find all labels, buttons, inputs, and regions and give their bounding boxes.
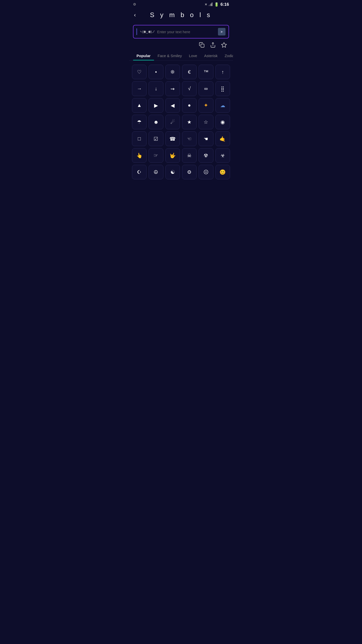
svg-rect-2 bbox=[211, 4, 211, 6]
favorite-button[interactable] bbox=[221, 42, 227, 50]
symbol-cell[interactable]: 🤙 bbox=[215, 131, 230, 146]
symbol-grid: ♡•❊€™↑→↓⇝√∞⣿▲▶◀●✦☁☂☻☄★☆◉□☑☎☜☚🤙👆☞🤟☠☢☣☪☮☯⚙… bbox=[129, 63, 233, 181]
symbol-cell[interactable]: ☚ bbox=[199, 131, 213, 146]
symbol-cell[interactable]: ☹ bbox=[199, 165, 213, 179]
symbol-cell[interactable]: ★ bbox=[182, 115, 197, 129]
tab-popular[interactable]: Popular bbox=[133, 51, 154, 60]
svg-rect-3 bbox=[212, 3, 212, 6]
symbol-cell[interactable]: ™ bbox=[199, 65, 213, 79]
tab-love[interactable]: Love bbox=[186, 51, 201, 60]
symbol-cell[interactable]: 🤟 bbox=[165, 148, 180, 163]
tab-asterisk[interactable]: Asterisk bbox=[201, 51, 221, 60]
search-bar[interactable]: ヽ(◉_◉)ノ ➤ bbox=[133, 25, 229, 38]
symbol-cell[interactable]: ☆ bbox=[199, 115, 213, 129]
symbol-cell[interactable]: ☑ bbox=[149, 131, 163, 146]
symbol-cell[interactable]: ✦ bbox=[199, 98, 213, 113]
svg-marker-6 bbox=[221, 43, 227, 47]
signal-bars-icon bbox=[209, 3, 213, 7]
symbol-cell[interactable]: ↑ bbox=[215, 65, 230, 79]
symbol-cell[interactable]: 👆 bbox=[132, 148, 147, 163]
status-left: ⚙ bbox=[133, 2, 138, 7]
symbol-cell[interactable]: • bbox=[149, 65, 163, 79]
symbol-cell[interactable]: € bbox=[182, 65, 197, 79]
copy-button[interactable] bbox=[199, 42, 205, 50]
text-cursor bbox=[137, 28, 137, 35]
symbol-cell[interactable]: ▲ bbox=[132, 98, 147, 113]
share-button[interactable] bbox=[210, 42, 216, 50]
search-input[interactable] bbox=[157, 30, 216, 34]
symbol-cell[interactable]: → bbox=[132, 81, 147, 96]
symbol-cell[interactable]: ◀ bbox=[165, 98, 180, 113]
symbol-cell[interactable]: ▶ bbox=[149, 98, 163, 113]
clock: 6:16 bbox=[220, 2, 229, 7]
symbol-cell[interactable]: ● bbox=[182, 98, 197, 113]
svg-rect-1 bbox=[210, 4, 210, 6]
symbol-cell[interactable]: ☜ bbox=[182, 131, 197, 146]
symbol-cell[interactable]: ☪ bbox=[132, 165, 147, 179]
symbol-cell[interactable]: ◉ bbox=[215, 115, 230, 129]
battery-icon: 🔋 bbox=[214, 2, 219, 7]
header: ‹ S y m b o l s bbox=[129, 8, 233, 22]
symbol-cell[interactable]: ☠ bbox=[182, 148, 197, 163]
symbol-cell[interactable]: ⚙ bbox=[182, 165, 197, 179]
status-bar: ⚙ ✕ 🔋 6:16 bbox=[129, 0, 233, 8]
status-right: ✕ 🔋 6:16 bbox=[205, 2, 229, 7]
back-button[interactable]: ‹ bbox=[134, 12, 136, 18]
tab-zodiac[interactable]: Zodiac bbox=[221, 51, 233, 60]
symbol-cell[interactable]: ☣ bbox=[215, 148, 230, 163]
symbol-cell[interactable]: ☮ bbox=[149, 165, 163, 179]
symbol-cell[interactable]: ⇝ bbox=[165, 81, 180, 96]
symbol-cell[interactable]: ☁ bbox=[215, 98, 230, 113]
action-bar bbox=[129, 41, 233, 51]
symbol-cell[interactable]: ☢ bbox=[199, 148, 213, 163]
svg-rect-4 bbox=[201, 44, 204, 47]
symbol-cell[interactable]: ↓ bbox=[149, 81, 163, 96]
symbol-cell[interactable]: ♡ bbox=[132, 65, 147, 79]
symbol-cell[interactable]: ☻ bbox=[149, 115, 163, 129]
symbol-cell[interactable]: ☎ bbox=[165, 131, 180, 146]
symbol-cell[interactable]: √ bbox=[182, 81, 197, 96]
kaomoji-decoration: ヽ(◉_◉)ノ bbox=[139, 29, 155, 34]
symbol-cell[interactable]: ❊ bbox=[165, 65, 180, 79]
svg-rect-0 bbox=[209, 5, 209, 6]
symbol-cell[interactable]: ⣿ bbox=[215, 81, 230, 96]
symbol-cell[interactable]: ☞ bbox=[149, 148, 163, 163]
symbol-cell[interactable]: ☯ bbox=[165, 165, 180, 179]
symbol-cell[interactable]: ☄ bbox=[165, 115, 180, 129]
symbol-cell[interactable]: ☂ bbox=[132, 115, 147, 129]
send-button[interactable]: ➤ bbox=[218, 28, 225, 35]
symbol-cell[interactable]: 😊 bbox=[215, 165, 230, 179]
page-title: S y m b o l s bbox=[150, 11, 212, 19]
send-arrow-icon: ➤ bbox=[220, 30, 223, 34]
tab-face-smiley[interactable]: Face & Smiley bbox=[154, 51, 186, 60]
spinner-icon: ⚙ bbox=[133, 2, 138, 7]
symbol-cell[interactable]: ∞ bbox=[199, 81, 213, 96]
signal-icon: ✕ bbox=[205, 3, 207, 6]
symbol-cell[interactable]: □ bbox=[132, 131, 147, 146]
category-tabs: Popular Face & Smiley Love Asterisk Zodi… bbox=[129, 51, 233, 61]
